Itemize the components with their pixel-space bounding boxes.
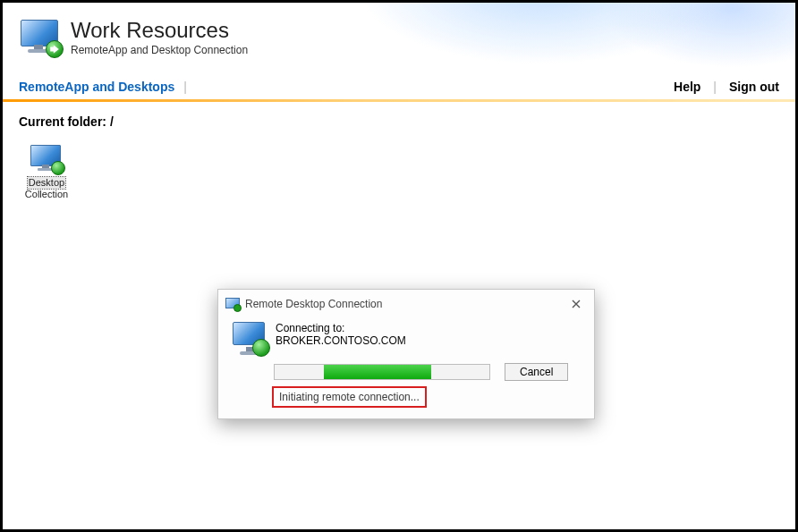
cancel-button[interactable]: Cancel — [505, 363, 568, 381]
sign-out-link[interactable]: Sign out — [729, 80, 779, 94]
nav-separator: | — [713, 80, 717, 94]
content-area: Current folder: / Desktop Collection — [3, 102, 795, 212]
connecting-to-label: Connecting to: — [276, 322, 406, 334]
dialog-titlebar: Remote Desktop Connection — [218, 290, 594, 318]
page-subtitle: RemoteApp and Desktop Connection — [71, 44, 248, 56]
app-window: Work Resources RemoteApp and Desktop Con… — [0, 0, 798, 532]
nav-bar: RemoteApp and Desktops | Help | Sign out — [3, 72, 795, 99]
page-title: Work Resources — [71, 19, 248, 42]
connecting-host: BROKER.CONTOSO.COM — [276, 334, 406, 347]
remote-desktop-connection-dialog: Remote Desktop Connection Connecting to:… — [217, 289, 595, 419]
help-link[interactable]: Help — [674, 80, 700, 94]
nav-separator: | — [183, 80, 187, 94]
resource-item-label: Collection — [25, 189, 68, 199]
current-folder-label: Current folder: / — [19, 114, 779, 129]
remote-desktop-icon — [225, 298, 240, 310]
dialog-title: Remote Desktop Connection — [245, 298, 382, 310]
tab-remoteapp-desktops[interactable]: RemoteApp and Desktops — [19, 80, 174, 94]
close-button[interactable] — [565, 295, 587, 313]
progress-bar — [274, 364, 490, 380]
resource-item-desktop-collection[interactable]: Desktop Collection — [19, 145, 74, 199]
connection-status: Initiating remote connection... — [274, 388, 425, 406]
resource-item-label: Desktop — [28, 177, 65, 189]
page-header: Work Resources RemoteApp and Desktop Con… — [3, 3, 795, 72]
remote-desktop-icon — [231, 322, 267, 354]
remote-desktop-icon — [19, 20, 60, 55]
close-icon — [572, 300, 581, 308]
remote-desktop-icon — [30, 145, 63, 173]
